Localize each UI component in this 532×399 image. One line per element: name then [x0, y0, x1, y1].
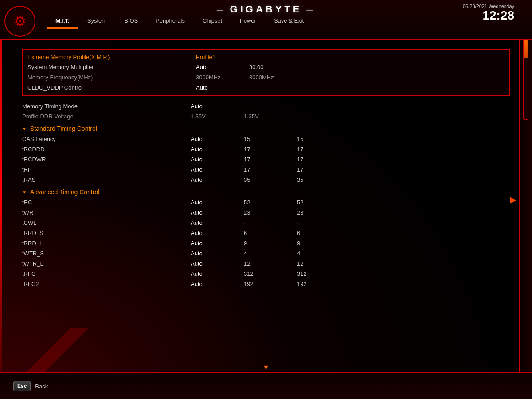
logo-gear-icon: ⚙	[4, 6, 35, 37]
advanced-val3-0: 52	[297, 199, 332, 206]
standard-name-4: tRAS	[22, 176, 191, 183]
advanced-name-4: tRRD_L	[22, 240, 191, 246]
standard-val1-1: Auto	[191, 146, 244, 153]
brand-logo: GIGABYTE	[217, 4, 316, 15]
standard-val1-3: Auto	[191, 166, 244, 173]
advanced-row-4[interactable]: tRRD_L Auto 9 9	[22, 238, 510, 248]
tab-chipset[interactable]: Chipset	[194, 14, 231, 29]
advanced-val1-3: Auto	[191, 230, 244, 236]
advanced-row-3[interactable]: tRRD_S Auto 6 6	[22, 228, 510, 238]
advanced-val1-4: Auto	[191, 240, 244, 246]
advanced-val2-6: 12	[244, 260, 279, 267]
advanced-val3-5: 4	[297, 250, 332, 257]
general-name-0: Memory Timing Mode	[22, 103, 191, 110]
standard-val2-4: 35	[244, 176, 279, 183]
general-name-1: Profile DDR Voltage	[22, 113, 191, 120]
advanced-name-6: tWTR_L	[22, 260, 191, 267]
advanced-name-8: tRFC2	[22, 281, 191, 287]
triangle-down-icon-2: ▼	[22, 190, 27, 195]
standard-val3-2: 17	[297, 156, 332, 163]
standard-row-2[interactable]: tRCDWR Auto 17 17	[22, 154, 510, 164]
standard-val3-1: 17	[297, 146, 332, 153]
tab-bios[interactable]: BIOS	[115, 14, 147, 29]
xmp-row-3[interactable]: CLDO_VDDP Control Auto	[27, 82, 505, 93]
tab-save-exit[interactable]: Save & Exit	[265, 14, 313, 29]
advanced-val2-8: 192	[244, 281, 279, 287]
standard-name-0: CAS Latency	[22, 136, 191, 142]
advanced-val3-2: -	[297, 219, 332, 226]
advanced-val1-2: Auto	[191, 219, 244, 226]
gear-icon: ⚙	[14, 13, 27, 30]
advanced-row-6[interactable]: tWTR_L Auto 12 12	[22, 258, 510, 269]
advanced-row-7[interactable]: tRFC Auto 312 312	[22, 269, 510, 279]
standard-row-4[interactable]: tRAS Auto 35 35	[22, 175, 510, 185]
advanced-val1-7: Auto	[191, 270, 244, 277]
general-value2-1: 1.35V	[244, 113, 279, 120]
bottom-nav: Esc Back	[0, 372, 532, 399]
advanced-name-7: tRFC	[22, 270, 191, 277]
xmp-row-2[interactable]: Memory Frequency(MHz) 3000MHz 3000MHz	[27, 72, 505, 82]
advanced-row-0[interactable]: tRC Auto 52 52	[22, 197, 510, 207]
standard-val1-0: Auto	[191, 136, 244, 142]
xmp-name-2: Memory Frequency(MHz)	[27, 74, 196, 81]
standard-val2-3: 17	[244, 166, 279, 173]
advanced-val1-0: Auto	[191, 199, 244, 206]
standard-val2-2: 17	[244, 156, 279, 163]
advanced-val3-8: 192	[297, 281, 332, 287]
xmp-row-0[interactable]: Extreme Memory Profile(X.M.P.) Profile1	[27, 52, 505, 62]
advanced-timing-header[interactable]: ▼ Advanced Timing Control	[22, 185, 510, 197]
standard-val1-4: Auto	[191, 176, 244, 183]
standard-timing-header[interactable]: ▼ Standard Timing Control	[22, 121, 510, 134]
advanced-val2-5: 4	[244, 250, 279, 257]
triangle-down-icon: ▼	[22, 126, 27, 131]
advanced-val2-4: 9	[244, 240, 279, 246]
advanced-row-1[interactable]: tWR Auto 23 23	[22, 207, 510, 218]
advanced-name-5: tWTR_S	[22, 250, 191, 257]
esc-key-label: Esc	[13, 381, 31, 391]
advanced-val1-8: Auto	[191, 281, 244, 287]
advanced-val2-0: 52	[244, 199, 279, 206]
xmp-value2-1: 30.00	[249, 64, 285, 70]
header: ⚙ GIGABYTE M.I.T. System BIOS Peripheral…	[0, 0, 532, 40]
standard-val1-2: Auto	[191, 156, 244, 163]
xmp-name-3: CLDO_VDDP Control	[27, 84, 196, 91]
xmp-name-0: Extreme Memory Profile(X.M.P.)	[27, 54, 196, 60]
datetime-display: 06/23/2021 Wednesday 12:28	[463, 4, 514, 23]
advanced-val1-5: Auto	[191, 250, 244, 257]
advanced-val1-1: Auto	[191, 209, 244, 216]
standard-name-1: tRCDRD	[22, 146, 191, 153]
tab-power[interactable]: Power	[231, 14, 265, 29]
logo-container: GIGABYTE	[217, 4, 316, 15]
standard-row-3[interactable]: tRP Auto 17 17	[22, 164, 510, 175]
general-row-0[interactable]: Memory Timing Mode Auto	[22, 101, 510, 111]
standard-timing-rows: CAS Latency Auto 15 15 tRCDRD Auto 17 17…	[22, 134, 510, 185]
advanced-row-8[interactable]: tRFC2 Auto 192 192	[22, 279, 510, 289]
advanced-val3-4: 9	[297, 240, 332, 246]
tab-peripherals[interactable]: Peripherals	[147, 14, 194, 29]
standard-row-1[interactable]: tRCDRD Auto 17 17	[22, 144, 510, 154]
advanced-val2-3: 6	[244, 230, 279, 236]
xmp-value-1: Auto	[196, 64, 249, 70]
tab-mit[interactable]: M.I.T.	[47, 14, 78, 29]
standard-row-0[interactable]: CAS Latency Auto 15 15	[22, 134, 510, 144]
xmp-value-2: 3000MHz	[196, 74, 249, 81]
general-row-1[interactable]: Profile DDR Voltage 1.35V 1.35V	[22, 111, 510, 121]
advanced-val2-2: -	[244, 219, 279, 226]
standard-val3-4: 35	[297, 176, 332, 183]
standard-val3-0: 15	[297, 136, 332, 142]
back-label: Back	[35, 383, 48, 390]
advanced-row-2[interactable]: tCWL Auto - -	[22, 218, 510, 228]
standard-timing-label: Standard Timing Control	[30, 125, 97, 132]
esc-back-button[interactable]: Esc Back	[13, 381, 48, 391]
advanced-row-5[interactable]: tWTR_S Auto 4 4	[22, 248, 510, 258]
advanced-val2-1: 23	[244, 209, 279, 216]
xmp-row-1[interactable]: System Memory Multiplier Auto 30.00	[27, 62, 505, 72]
standard-val2-1: 17	[244, 146, 279, 153]
tab-system[interactable]: System	[78, 14, 115, 29]
time-display: 12:28	[482, 8, 514, 22]
advanced-timing-rows: tRC Auto 52 52 tWR Auto 23 23 tCWL Auto …	[22, 197, 510, 289]
xmp-section: Extreme Memory Profile(X.M.P.) Profile1 …	[22, 49, 510, 96]
main-content: Extreme Memory Profile(X.M.P.) Profile1 …	[0, 40, 532, 372]
advanced-name-3: tRRD_S	[22, 230, 191, 236]
standard-name-3: tRP	[22, 166, 191, 173]
